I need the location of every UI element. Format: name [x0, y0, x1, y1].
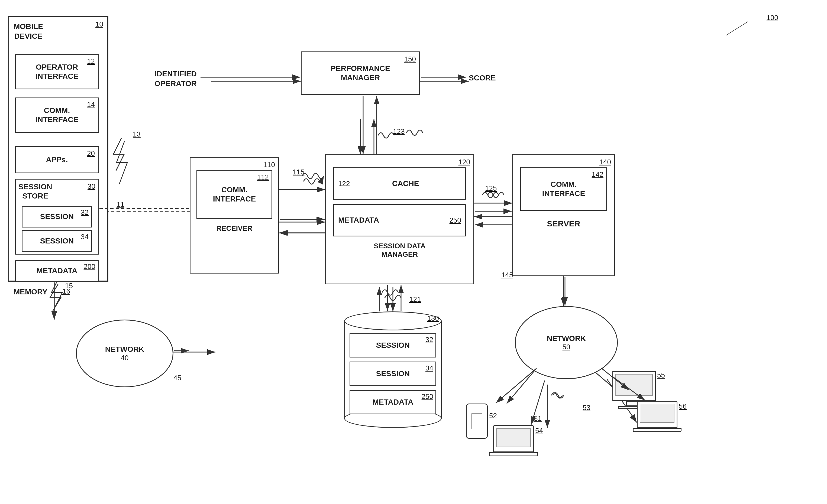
session-store-box: SESSIONSTORE 30 SESSION 32 SESSION 34	[15, 179, 99, 255]
session-34-mobile-box: SESSION 34	[22, 230, 92, 252]
ref-15: 15	[65, 282, 73, 290]
session-34-mobile-label: SESSION	[40, 237, 74, 246]
metadata-mobile-ref: 200	[84, 262, 95, 271]
metadata-250-sdm-box: METADATA 250	[333, 204, 466, 237]
session-store-label: SESSIONSTORE	[18, 182, 52, 200]
session-store-ref: 30	[88, 182, 95, 200]
ref-123: 123	[393, 127, 404, 136]
mobile-device-ref: 10	[95, 20, 103, 29]
comm-interface-112-label: COMM.INTERFACE	[213, 185, 256, 203]
performance-manager-box: PERFORMANCEMANAGER 150	[301, 51, 420, 95]
metadata-250-sdm-ref: 250	[449, 216, 461, 224]
ref-121: 121	[409, 295, 421, 304]
session-32-mobile-box: SESSION 32	[22, 206, 92, 228]
pm-label: PERFORMANCEMANAGER	[331, 64, 390, 82]
operator-interface-label: OPERATORINTERFACE	[36, 62, 79, 81]
db-ref: 130	[427, 314, 439, 322]
device-56: 56	[637, 401, 681, 440]
diagram: 100 10 MOBILEDEVICE OPERATORINTERFACE 12…	[0, 0, 827, 504]
comm-receiver-box-ref: 110	[263, 161, 275, 169]
comm-receiver-box: 110 COMM.INTERFACE 112 RECEIVER	[190, 157, 279, 273]
session-34-db-ref: 34	[426, 364, 433, 372]
session-32-mobile-label: SESSION	[40, 212, 74, 221]
network-40-box: NETWORK 40	[76, 319, 174, 387]
comm-interface-mobile-ref: 14	[87, 100, 95, 109]
metadata-250-db-label: METADATA	[373, 398, 414, 407]
comm-interface-142-box: COMM.INTERFACE 142	[520, 167, 607, 211]
session-32-db-ref: 32	[426, 336, 433, 344]
ref-51: 51	[534, 414, 542, 423]
session-32-db-label: SESSION	[376, 341, 410, 350]
cache-ref: 122	[338, 180, 350, 188]
mobile-device-label: MOBILEDEVICE	[13, 22, 43, 41]
cache-label: CACHE	[392, 179, 419, 188]
score-label: SCORE	[469, 73, 496, 83]
operator-interface-ref: 12	[87, 57, 95, 65]
network-40-ref: 40	[121, 354, 129, 362]
metadata-250-sdm-label: METADATA	[338, 215, 379, 225]
device-52: 52	[466, 404, 488, 447]
ref-11: 11	[116, 200, 125, 209]
svg-line-22	[726, 22, 748, 35]
metadata-mobile-label: METADATA	[37, 266, 78, 275]
comm-interface-112-ref: 112	[257, 173, 269, 182]
cache-box: 122 CACHE	[333, 167, 466, 200]
metadata-250-db-box: METADATA 250	[349, 390, 436, 414]
session-32-db-box: SESSION 32	[349, 333, 436, 357]
session-32-mobile-ref: 32	[81, 208, 89, 217]
memory-label: MEMORY	[13, 287, 47, 297]
comm-interface-mobile-label: COMM.INTERFACE	[36, 106, 79, 124]
ref-115: 115	[293, 168, 304, 176]
svg-line-36	[496, 368, 537, 403]
ref-54: 54	[535, 426, 543, 435]
network-40-label: NETWORK	[105, 345, 144, 354]
sdm-ref: 120	[458, 158, 470, 166]
ref-45: 45	[174, 374, 181, 382]
ref-55: 55	[657, 371, 665, 379]
apps-box: APPs. 20	[15, 146, 99, 173]
svg-line-18	[507, 368, 537, 404]
receiver-label: RECEIVER	[216, 224, 252, 233]
session-34-mobile-ref: 34	[81, 233, 89, 241]
device-54: 54	[493, 425, 538, 465]
database-container: SESSION 32 SESSION 34 METADATA 250 130	[344, 311, 442, 428]
apps-label: APPs.	[46, 155, 68, 164]
comm-interface-112-box: COMM.INTERFACE 112	[196, 170, 272, 219]
identified-operator-label: IDENTIFIEDOPERATOR	[154, 69, 197, 89]
apps-ref: 20	[87, 149, 95, 158]
server-ref: 140	[599, 158, 611, 166]
ref-13: 13	[133, 130, 141, 138]
metadata-250-db-ref: 250	[422, 392, 433, 401]
comm-interface-142-label: COMM.INTERFACE	[542, 180, 585, 198]
session-data-manager-box: 120 122 CACHE METADATA 250 SESSION DATAM…	[325, 154, 474, 284]
ref-145: 145	[501, 271, 513, 279]
metadata-mobile-box: METADATA 200	[15, 260, 99, 282]
comm-interface-mobile-box: COMM.INTERFACE 14	[15, 98, 99, 133]
network-50-label: NETWORK	[547, 334, 586, 343]
sdm-label: SESSION DATAMANAGER	[374, 242, 426, 259]
ref-53: 53	[583, 404, 590, 412]
server-box: 140 COMM.INTERFACE 142 SERVER	[512, 154, 615, 276]
ref-56: 56	[679, 402, 687, 410]
session-34-db-label: SESSION	[376, 369, 410, 379]
ref-100: 100	[767, 13, 778, 22]
pm-ref: 150	[404, 55, 416, 63]
network-50-box: NETWORK 50	[515, 306, 618, 379]
ref-125: 125	[485, 184, 497, 193]
network-50-ref: 50	[563, 343, 570, 351]
ref-52: 52	[489, 412, 497, 420]
server-label: SERVER	[547, 219, 580, 229]
operator-interface-box: OPERATORINTERFACE 12	[15, 54, 99, 89]
session-34-db-box: SESSION 34	[349, 361, 436, 386]
comm-interface-142-ref: 142	[592, 170, 603, 179]
